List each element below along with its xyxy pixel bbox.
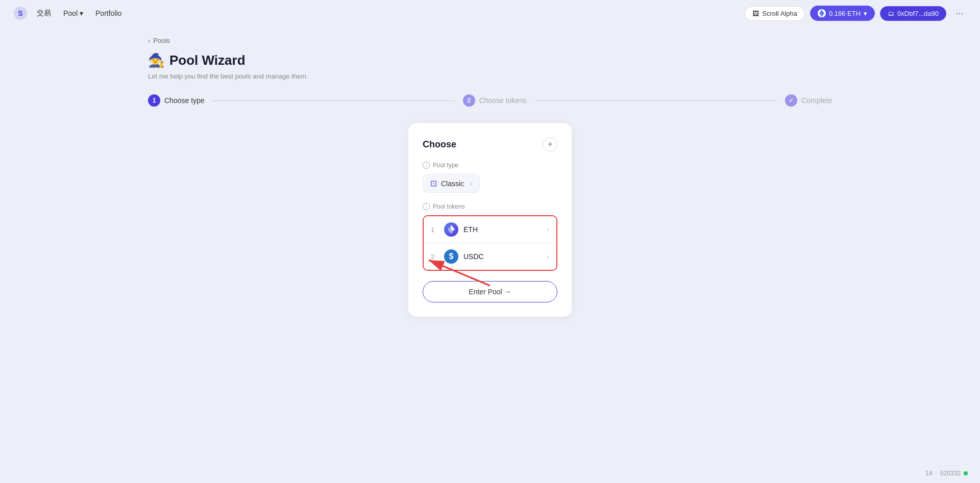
step-complete-label: Complete [801, 96, 832, 105]
back-chevron-icon: ‹ [148, 37, 150, 44]
step-line-2 [535, 100, 777, 101]
page-title: 🧙 Pool Wizard [148, 53, 832, 68]
network-id: 520332 [940, 470, 961, 477]
card-header: Choose + [423, 137, 557, 151]
step-2-circle: 2 [463, 94, 475, 107]
token-list: 1 ETH › 2 $ USDC › [423, 215, 557, 271]
main-content: ‹ Pools 🧙 Pool Wizard Let me help you fi… [0, 27, 980, 327]
nav-portfolio[interactable]: Portfolio [95, 9, 121, 17]
token-item-eth[interactable]: 1 ETH › [424, 216, 556, 243]
token-1-number: 1 [431, 226, 439, 234]
pool-type-button[interactable]: ⊡ Classic › [423, 174, 480, 193]
eth-balance-button[interactable]: 0.186 ETH ▾ [810, 6, 875, 21]
network-status-dot [964, 471, 968, 475]
usdc-chevron-icon: › [547, 253, 549, 260]
eth-chevron-icon: › [547, 226, 549, 233]
card-plus-button[interactable]: + [543, 137, 557, 151]
token-item-usdc[interactable]: 2 $ USDC › [424, 243, 556, 270]
card-title: Choose [423, 139, 456, 150]
wizard-emoji-icon: 🧙 [148, 53, 164, 68]
pool-type-label: i Pool type [423, 162, 557, 169]
nav-pool[interactable]: Pool ▾ [63, 9, 83, 17]
wallet-icon: 🗂 [888, 10, 894, 17]
logo[interactable]: S [12, 5, 29, 21]
classic-pool-icon: ⊡ [430, 179, 437, 188]
header: S 交易 Pool ▾ Portfolio 🖼 Scroll Alpha 0.1… [0, 0, 980, 27]
step-complete-circle: ✓ [785, 94, 797, 107]
stepper: 1 Choose type 2 Choose tokens ✓ Complete [148, 94, 832, 107]
eth-token-icon [444, 222, 458, 237]
step-complete: ✓ Complete [785, 94, 832, 107]
pool-tokens-info-icon[interactable]: i [423, 203, 430, 210]
token-2-number: 2 [431, 253, 439, 261]
eth-token-name: ETH [463, 225, 547, 234]
pool-type-chevron-icon: › [470, 181, 472, 187]
back-link[interactable]: ‹ Pools [148, 37, 832, 44]
pool-type-info-icon[interactable]: i [423, 162, 430, 169]
page-subtitle: Let me help you find the best pools and … [148, 72, 832, 80]
scroll-alpha-button[interactable]: 🖼 Scroll Alpha [745, 6, 805, 21]
step-1-circle: 1 [148, 94, 160, 107]
eth-icon [818, 9, 826, 17]
header-right: 🖼 Scroll Alpha 0.186 ETH ▾ 🗂 0xDbf7...da… [745, 5, 968, 21]
svg-text:S: S [18, 9, 22, 17]
step-line-1 [213, 100, 455, 101]
step-1-label: Choose type [164, 96, 205, 105]
more-button[interactable]: ··· [951, 5, 968, 21]
block-number: 14 [925, 470, 932, 477]
choose-card: Choose + i Pool type ⊡ Classic › i Pool … [408, 123, 572, 317]
step-2: 2 Choose tokens [463, 94, 527, 107]
usdc-token-name: USDC [463, 252, 547, 261]
wallet-button[interactable]: 🗂 0xDbf7...da90 [880, 6, 946, 21]
enter-pool-button[interactable]: Enter Pool → [423, 281, 557, 302]
pool-tokens-label: i Pool tokens [423, 203, 557, 210]
step-1: 1 Choose type [148, 94, 205, 107]
step-2-label: Choose tokens [479, 96, 527, 105]
svg-marker-2 [819, 10, 824, 17]
scroll-alpha-icon: 🖼 [752, 10, 759, 17]
nav-trade[interactable]: 交易 [37, 9, 51, 18]
usdc-token-icon: $ [444, 249, 458, 264]
footer: 14 · 520332 [925, 470, 968, 477]
